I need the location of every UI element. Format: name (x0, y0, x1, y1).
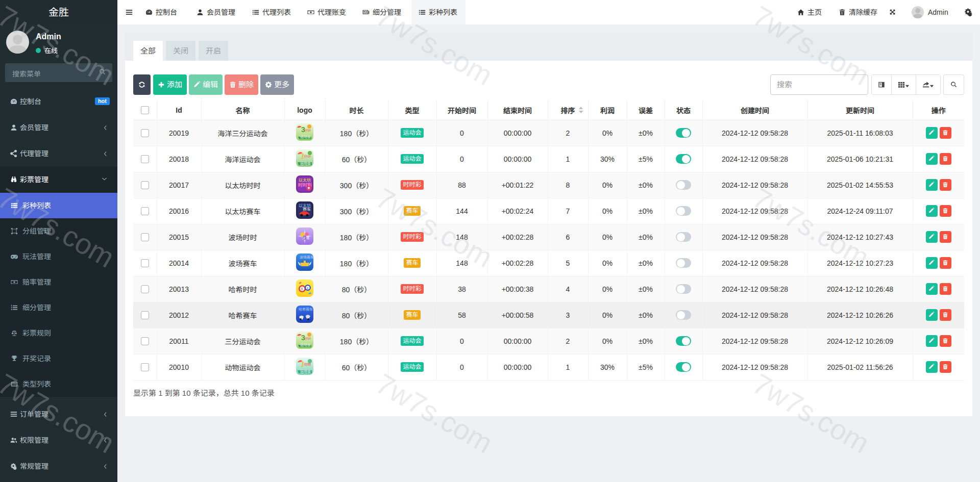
svg-text:动物: 动物 (304, 363, 311, 366)
svg-text:运动会: 运动会 (300, 162, 311, 165)
svg-text:分钟: 分钟 (304, 337, 311, 340)
svg-text:波场: 波场 (302, 236, 309, 240)
svg-text:分钟: 分钟 (304, 155, 311, 158)
svg-text:波场赛车: 波场赛车 (300, 256, 313, 259)
svg-text:分钟: 分钟 (304, 129, 311, 132)
svg-text:运动会: 运动会 (300, 370, 311, 373)
svg-text:哈希赛车: 哈希赛车 (299, 308, 313, 311)
svg-text:运动会: 运动会 (300, 135, 311, 139)
svg-text:以太坊: 以太坊 (299, 178, 311, 183)
svg-text:赛车: 赛车 (303, 207, 311, 212)
svg-text:8: 8 (301, 287, 303, 291)
svg-text:运动会: 运动会 (300, 343, 311, 347)
